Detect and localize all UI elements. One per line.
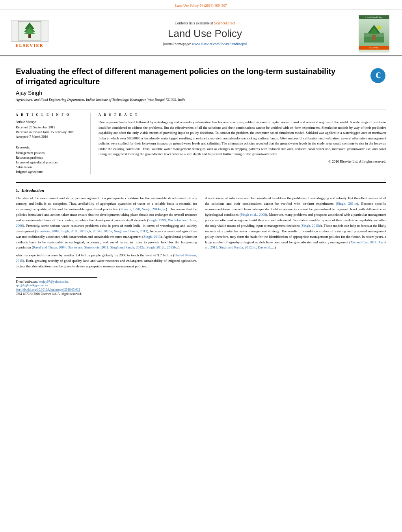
sciencedirect-line: Contents lists available at ScienceDirec…	[51, 21, 359, 25]
cover-thumbnail: Land Use Policy ELSEVIER	[359, 15, 389, 52]
keyword-5: Irrigated agriculture	[16, 170, 84, 174]
article-title-block: Evaluating the effect of different manag…	[16, 66, 365, 106]
cover-header-bar: Land Use Policy	[359, 15, 389, 19]
body-two-columns: The state of the environment and its pro…	[16, 196, 386, 296]
journal-homepage-line: journal homepage: www.elsevier.com/locat…	[51, 42, 359, 46]
keyword-3: Improved agricultural practices	[16, 160, 84, 164]
received-date-2: Received in revised form 15 February 201…	[16, 130, 84, 134]
citation-singh2014e[interactable]: Singh, 2014e	[337, 202, 357, 206]
journal-center-info: Contents lists available at ScienceDirec…	[51, 21, 359, 46]
email-footnote: E-mail addresses: erajay07@yahoo.co.in, …	[16, 280, 97, 287]
svg-rect-11	[372, 35, 376, 41]
contents-text: Contents lists available at	[175, 21, 213, 25]
citation-xie2011[interactable]: Xie and Cui, 2011; Xu et al., 2011; Sing…	[205, 240, 386, 250]
doi-link[interactable]: http://dx.doi.org/10.1016/j.landusepol.2…	[16, 288, 97, 291]
author-affiliation: Agricultural and Food Engineering Depart…	[16, 98, 365, 102]
abstract-copyright: © 2016 Elsevier Ltd. All rights reserved…	[99, 159, 386, 163]
crossmark-badge: ℂ	[370, 68, 386, 84]
intro-para-3: A wide range of solutions could be consi…	[205, 196, 386, 250]
body-section: 1. Introduction The state of the environ…	[16, 182, 386, 296]
email-label: E-mail addresses:	[16, 280, 39, 284]
section-title: Introduction	[22, 188, 44, 193]
crossmark-icon: ℂ	[370, 68, 385, 83]
article-title-section: Evaluating the effect of different manag…	[16, 60, 386, 110]
history-heading: Article history:	[16, 120, 84, 124]
journal-cover-image: Land Use Policy ELSEVIER	[359, 15, 390, 52]
intro-para-1: The state of the environment and its pro…	[16, 196, 197, 250]
journal-masthead: ELSEVIER Contents lists available at Sci…	[0, 12, 402, 56]
article-title: Evaluating the effect of different manag…	[16, 66, 343, 87]
cover-footer-bar: ELSEVIER	[359, 46, 389, 50]
info-divider	[16, 142, 84, 142]
abstract-section: A B S T R A C T Rise in groundwater leve…	[99, 113, 386, 174]
accepted-date: Accepted 7 March 2016	[16, 135, 84, 139]
main-content: Evaluating the effect of different manag…	[0, 56, 402, 300]
journal-reference-bar: Land Use Policy 54 (2016) 499–507	[0, 0, 402, 9]
citation-rasul[interactable]: Rasul and Thapa, 2004; Davies and Simono…	[33, 245, 178, 249]
section-number: 1.	[16, 188, 19, 193]
citation-erenstein[interactable]: Erenstein, 2009; Singh, 2011, 2012a,b, 2…	[36, 229, 147, 233]
citation-singh2015d[interactable]: Singh, 2015d	[302, 224, 321, 228]
intro-para-2: which is expected to increase by another…	[16, 253, 197, 269]
body-col-right: A wide range of solutions could be consi…	[205, 196, 386, 296]
homepage-url[interactable]: www.elsevier.com/locate/landusepol	[192, 42, 247, 46]
abstract-heading: A B S T R A C T	[99, 113, 386, 117]
article-info-heading: A R T I C L E I N F O	[16, 113, 84, 117]
journal-title: Land Use Policy	[51, 28, 359, 40]
elsevier-logo-image	[11, 20, 48, 42]
elsevier-wordmark: ELSEVIER	[15, 43, 44, 48]
citation-singh1999[interactable]: Singh, 1999; Wichelns and Oster, 2006	[16, 218, 197, 228]
homepage-label: journal homepage:	[163, 42, 191, 46]
keywords-heading: Keywords:	[16, 145, 84, 149]
journal-ref-text: Land Use Policy 54 (2016) 499–507	[175, 4, 227, 7]
citation-singh2013[interactable]: Singh, 2013	[143, 235, 161, 239]
intro-heading-row: 1. Introduction	[16, 188, 386, 193]
cover-art-icon	[364, 23, 384, 43]
issn-copyright: 0264-8377/© 2016 Elsevier Ltd. All right…	[16, 292, 97, 296]
citation-francis[interactable]: Francis, 1990; Singh, 2014a,b,c	[121, 207, 166, 211]
article-info-column: A R T I C L E I N F O Article history: R…	[16, 113, 91, 174]
footnote-section: E-mail addresses: erajay07@yahoo.co.in, …	[16, 277, 97, 296]
sciencedirect-link[interactable]: ScienceDirect	[214, 21, 235, 25]
elsevier-logo: ELSEVIER	[8, 20, 51, 48]
keyword-1: Management policies	[16, 151, 84, 155]
body-col-left: The state of the environment and its pro…	[16, 196, 197, 296]
keyword-4: Salinization	[16, 165, 84, 169]
cover-body	[359, 19, 389, 46]
citation-un2015[interactable]: United Nations, 2015	[16, 253, 197, 263]
tree-icon	[18, 21, 41, 41]
citation-singhet2006[interactable]: Singh et al., 2006	[241, 213, 266, 217]
page: Land Use Policy 54 (2016) 499–507	[0, 0, 402, 532]
keyword-2: Resources problems	[16, 156, 84, 159]
author-name: Ajay Singh	[16, 90, 365, 96]
article-info-abstract: A R T I C L E I N F O Article history: R…	[16, 113, 386, 174]
abstract-text: Rise in groundwater level followed by wa…	[99, 120, 386, 157]
svg-point-10	[377, 26, 381, 30]
received-date-1: Received 26 September 2015	[16, 125, 84, 129]
